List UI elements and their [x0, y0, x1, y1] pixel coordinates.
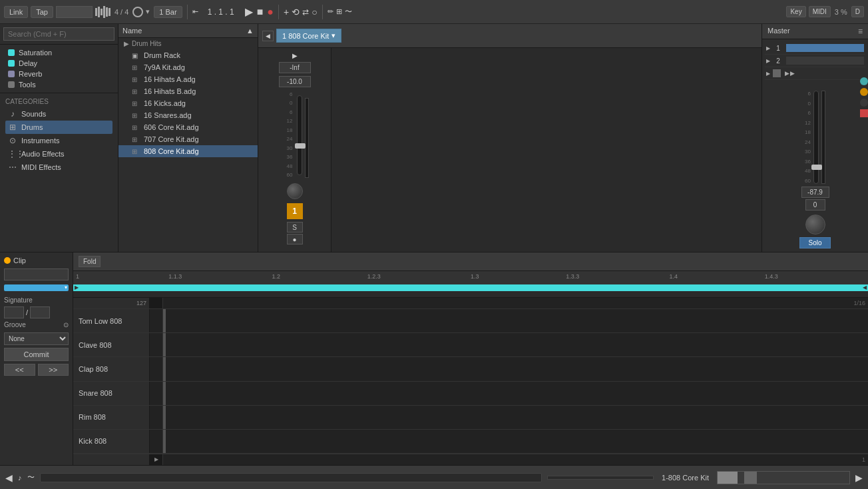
circle-icon[interactable]: ○ [312, 7, 317, 17]
strip-arrow[interactable]: ▶ [292, 52, 298, 59]
cat-audio-effects[interactable]: ⋮⋮ Audio Effects [5, 147, 112, 161]
fader-track[interactable] [297, 95, 302, 175]
clip-color-bar[interactable]: ▾ [4, 284, 69, 291]
master-track-3[interactable]: ▶ ▶ ▶ [765, 67, 865, 80]
device-name-button[interactable]: 1 808 Core Kit ▾ [276, 29, 341, 43]
prev-button[interactable]: << [4, 364, 35, 376]
master-knob[interactable] [805, 215, 825, 235]
file-16kicks[interactable]: ⊞ 16 Kicks.adg [118, 97, 258, 109]
lane-rim: Rim 808 [73, 406, 868, 430]
solo-button[interactable]: Solo [799, 237, 830, 248]
lane-grid-clap[interactable] [166, 357, 868, 380]
clip-name-input[interactable] [4, 268, 69, 280]
status-fwd-btn[interactable]: ▶ [855, 472, 863, 483]
bpm-input[interactable]: 150.00 [56, 6, 93, 18]
toolbar: Link Tap 150.00 4 / 4 ▾ 1 Bar ⇤ 1 . 1 . … [0, 0, 868, 24]
side-icon-2[interactable] [860, 88, 868, 96]
loop-icon[interactable]: ⟲ [292, 7, 300, 17]
fav-dot [8, 71, 15, 77]
lane-grid-clave[interactable] [166, 333, 868, 356]
back-icon[interactable]: ⇤ [192, 7, 198, 16]
group-label: Drum Hits [132, 40, 161, 47]
master-menu-icon[interactable]: ≡ [858, 27, 863, 36]
file-16hihats-a[interactable]: ⊞ 16 Hihats A.adg [118, 73, 258, 85]
sig-denominator[interactable]: 4 [30, 306, 50, 318]
master-fader-track[interactable] [813, 91, 819, 184]
fav-tools[interactable]: Tools [5, 79, 112, 90]
side-icon-3[interactable] [860, 99, 868, 107]
master-track-2[interactable]: ▶ 2 [765, 55, 865, 67]
lane-name: Snare 808 [79, 389, 112, 397]
cat-midi-effects[interactable]: ⋯ MIDI Effects [5, 161, 112, 174]
lane-label-tom: Tom Low 808 [73, 309, 150, 332]
clip-bar[interactable]: ▶ ◀ [73, 284, 868, 291]
file-16snares[interactable]: ⊞ 16 Snares.adg [118, 109, 258, 121]
key-button[interactable]: Key [786, 6, 805, 17]
lane-grid-rim[interactable] [166, 406, 868, 429]
end-arrow: ◀ [863, 284, 867, 290]
position-display: 1 . 1 . 1 [201, 7, 241, 17]
fav-reverb[interactable]: Reverb [5, 69, 112, 79]
record-button[interactable]: ● [267, 6, 274, 18]
file-707[interactable]: ⊞ 707 Core Kit.adg [118, 133, 258, 145]
search-input[interactable] [3, 27, 114, 41]
fold-button[interactable]: Fold [79, 256, 101, 267]
master-track-1[interactable]: ▶ 1 [765, 42, 865, 55]
lane-grid-tom[interactable] [166, 309, 868, 332]
device-dropdown-icon: ▾ [331, 31, 335, 40]
play-button[interactable]: ▶ [245, 5, 253, 18]
add-icon[interactable]: + [284, 7, 289, 17]
lane-grid-kick[interactable] [166, 430, 868, 453]
group-drum-hits[interactable]: ▶ Drum Hits [118, 38, 258, 49]
arrow-icon[interactable]: ⇄ [302, 7, 309, 17]
commit-button[interactable]: Commit [4, 348, 69, 361]
fader-col: 6 0 6 12 18 24 30 36 48 60 [281, 91, 294, 178]
side-icon-4[interactable] [860, 109, 868, 117]
master-fader-thumb[interactable] [811, 165, 822, 170]
stop-button[interactable]: ■ [257, 6, 264, 18]
status-wave-btn[interactable]: 〜 [27, 472, 35, 482]
master-db-display: -87.9 [801, 187, 829, 198]
file-606[interactable]: ⊞ 606 Core Kit.adg [118, 121, 258, 133]
lane-mini-rim [150, 406, 163, 429]
cat-instruments[interactable]: ⊙ Instruments [5, 134, 112, 147]
pan-knob[interactable] [287, 183, 303, 199]
lane-grid-snare[interactable] [166, 382, 868, 405]
fav-delay[interactable]: Delay [5, 58, 112, 69]
device-prev-btn[interactable]: ◀ [262, 31, 274, 41]
loop-area: 1/16 [163, 298, 868, 308]
d-button[interactable]: D [851, 6, 864, 17]
sig-numerator[interactable]: 4 [4, 306, 24, 318]
arm-button[interactable]: 1 [287, 203, 303, 219]
sort-icon[interactable]: ▲ [246, 27, 254, 35]
ruler-mark-2: 1.1.3 [168, 273, 182, 280]
fav-saturation[interactable]: Saturation [5, 47, 112, 58]
file-drum-rack[interactable]: ▣ Drum Rack [118, 49, 258, 61]
next-button[interactable]: >> [38, 364, 69, 376]
monitor-button[interactable]: ● [287, 234, 303, 244]
file-808[interactable]: ⊞ 808 Core Kit.adg [118, 145, 258, 157]
side-icon-1[interactable] [860, 77, 868, 85]
min-val: 1 [862, 456, 865, 463]
link-button[interactable]: Link [4, 6, 28, 18]
status-note-btn[interactable]: ♪ [18, 474, 22, 482]
bpm-bars [95, 6, 110, 18]
sig-label: Signature [4, 296, 69, 304]
file-16hihats-b[interactable]: ⊞ 16 Hihats B.adg [118, 85, 258, 97]
tap-button[interactable]: Tap [31, 6, 53, 18]
separator [187, 5, 188, 19]
midi-button[interactable]: MIDI [809, 6, 831, 17]
ruler-mark-4: 1.2.3 [367, 273, 381, 280]
progress-bar[interactable] [40, 473, 542, 482]
groove-select[interactable]: None [4, 332, 69, 345]
file-7y9a[interactable]: ⊞ 7y9A Kit.adg [118, 61, 258, 73]
loop-length-btn[interactable]: 1 Bar [154, 6, 182, 18]
status-back-btn[interactable]: ◀ [5, 472, 13, 483]
solo-button[interactable]: S [287, 222, 303, 233]
groove-icon[interactable]: ⊙ [63, 321, 69, 328]
file-name: 707 Core Kit.adg [144, 135, 199, 143]
cat-drums[interactable]: ⊞ Drums [5, 121, 112, 134]
playback-icon[interactable]: ▶ [154, 456, 158, 462]
fader-thumb[interactable] [295, 143, 306, 149]
cat-sounds[interactable]: ♪ Sounds [5, 107, 112, 121]
